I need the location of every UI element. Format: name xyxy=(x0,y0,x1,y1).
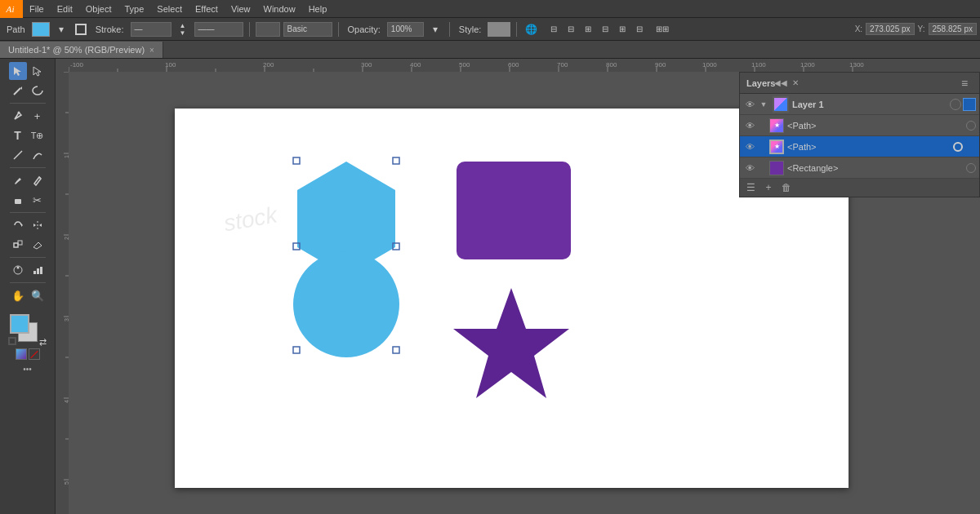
fill-color-swatch[interactable] xyxy=(10,314,29,334)
type-tool[interactable]: T xyxy=(9,126,27,144)
svg-text:600: 600 xyxy=(508,61,519,69)
reflect-tool[interactable] xyxy=(29,216,47,234)
align-btn3[interactable]: ⊞ xyxy=(580,21,596,38)
pen-tool[interactable] xyxy=(9,107,27,125)
path2-row[interactable]: 👁 ★ <Path> xyxy=(740,136,979,157)
menu-object[interactable]: Object xyxy=(79,0,118,18)
menu-edit[interactable]: Edit xyxy=(51,0,79,18)
rect-name: <Rectangle> xyxy=(787,163,875,173)
reset-colors-icon[interactable] xyxy=(8,337,16,345)
stroke-value[interactable]: — xyxy=(131,22,172,37)
menu-effect[interactable]: Effect xyxy=(189,0,225,18)
tab-close-btn[interactable]: × xyxy=(149,46,154,55)
tool-div5 xyxy=(10,282,46,283)
layers-menu-btn[interactable]: ≡ xyxy=(956,75,973,91)
arc-tool[interactable] xyxy=(29,146,47,164)
sep4 xyxy=(516,22,517,37)
document-tab[interactable]: Untitled-1* @ 50% (RGB/Preview) × xyxy=(0,42,163,58)
make-sublayer-btn[interactable]: ☰ xyxy=(743,180,758,195)
svg-rect-73 xyxy=(393,347,399,353)
pencil-tool[interactable] xyxy=(29,171,47,189)
rect-visibility[interactable]: 👁 xyxy=(743,162,756,175)
menu-help[interactable]: Help xyxy=(302,0,334,18)
svg-marker-11 xyxy=(39,224,42,227)
align-btn1[interactable]: ⊟ xyxy=(546,21,562,38)
align-btn4[interactable]: ⊟ xyxy=(597,21,613,38)
menu-view[interactable]: View xyxy=(225,0,257,18)
x-value[interactable]: 273.025 px xyxy=(866,23,915,35)
swap-colors-icon[interactable]: ⇄ xyxy=(39,337,47,345)
svg-marker-3 xyxy=(20,86,22,90)
paintbrush-tool[interactable] xyxy=(9,171,27,189)
svg-point-4 xyxy=(17,112,20,114)
stroke-weight[interactable] xyxy=(256,22,280,37)
path1-row[interactable]: 👁 ★ <Path> xyxy=(740,115,979,136)
layers-panel-title: Layers xyxy=(746,78,775,88)
fill-swatch[interactable] xyxy=(32,22,50,37)
rect-row[interactable]: 👁 <Rectangle> xyxy=(740,157,979,179)
path-label: Path xyxy=(3,24,29,34)
path1-name: <Path> xyxy=(787,121,875,131)
panel-collapse-btn[interactable]: ◀◀ xyxy=(775,78,786,89)
blue-path-shape[interactable] xyxy=(265,153,428,359)
hand-tool[interactable]: ✋ xyxy=(9,286,27,304)
svg-text:500: 500 xyxy=(459,61,470,69)
line-tool[interactable] xyxy=(9,146,27,164)
fill-options[interactable]: ▾ xyxy=(53,21,69,38)
select-tool[interactable] xyxy=(9,62,27,80)
panel-close-btn[interactable]: ✕ xyxy=(790,78,801,89)
area-type-tool[interactable]: T⊕ xyxy=(29,126,47,144)
tab-bar: Untitled-1* @ 50% (RGB/Preview) × xyxy=(0,41,980,59)
canvas-area[interactable]: stock Layers ◀◀ ✕ ≡ 👁 ▼ Layer 1 xyxy=(69,72,980,514)
tool-div2 xyxy=(10,167,46,168)
align-btn5[interactable]: ⊞ xyxy=(614,21,630,38)
basic-dropdown[interactable]: Basic xyxy=(283,22,332,37)
lasso-tool[interactable] xyxy=(29,82,47,100)
layer1-row[interactable]: 👁 ▼ Layer 1 xyxy=(740,94,979,115)
svg-point-69 xyxy=(293,251,399,357)
globe-icon[interactable]: 🌐 xyxy=(523,21,539,38)
style-swatch[interactable] xyxy=(488,22,510,37)
y-value[interactable]: 258.825 px xyxy=(929,23,978,35)
puppet-warp-tool[interactable] xyxy=(9,261,27,279)
tools-more-btn[interactable]: ••• xyxy=(23,365,32,374)
menu-select[interactable]: Select xyxy=(150,0,189,18)
path1-visibility[interactable]: 👁 xyxy=(743,119,756,132)
rectangle-shape[interactable] xyxy=(457,162,571,259)
stroke-up[interactable]: ▲▼ xyxy=(175,21,191,38)
align-btn6[interactable]: ⊟ xyxy=(631,21,648,38)
svg-line-5 xyxy=(14,151,22,159)
path1-target[interactable] xyxy=(966,121,976,131)
star-shape[interactable] xyxy=(452,284,571,404)
eraser-tool[interactable] xyxy=(9,191,27,209)
menu-window[interactable]: Window xyxy=(257,0,302,18)
layer1-target[interactable] xyxy=(950,99,961,110)
magic-wand-tool[interactable] xyxy=(9,82,27,100)
direct-select-tool[interactable] xyxy=(29,62,47,80)
layer1-expand[interactable]: ▼ xyxy=(758,99,769,110)
align-btn2[interactable]: ⊟ xyxy=(563,21,579,38)
menu-type[interactable]: Type xyxy=(118,0,151,18)
gradient-swatch[interactable] xyxy=(16,348,27,360)
scale-tool[interactable] xyxy=(9,236,27,254)
path2-name: <Path> xyxy=(787,142,869,152)
new-layer-btn[interactable]: + xyxy=(761,180,776,195)
rect-target[interactable] xyxy=(966,163,976,173)
stroke-dropdown[interactable]: —— xyxy=(194,22,243,37)
add-anchor-tool[interactable]: + xyxy=(29,107,47,125)
none-swatch[interactable] xyxy=(29,348,40,360)
graph-tool[interactable] xyxy=(29,261,47,279)
shear-tool[interactable] xyxy=(29,236,47,254)
path2-target-filled[interactable] xyxy=(953,142,963,152)
opacity-value[interactable]: 100% xyxy=(387,22,424,37)
opacity-arrow[interactable]: ▾ xyxy=(427,21,443,38)
delete-layer-btn[interactable]: 🗑 xyxy=(779,180,794,195)
path2-visibility[interactable]: 👁 xyxy=(743,140,756,153)
layer1-color xyxy=(963,98,976,111)
rotate-tool[interactable] xyxy=(9,216,27,234)
scissors-tool[interactable]: ✂ xyxy=(29,191,47,209)
menu-file[interactable]: File xyxy=(23,0,51,18)
layer1-visibility[interactable]: 👁 xyxy=(743,98,756,111)
zoom-tool[interactable]: 🔍 xyxy=(29,286,47,304)
grid-btn[interactable]: ⊞⊞ xyxy=(654,21,670,38)
